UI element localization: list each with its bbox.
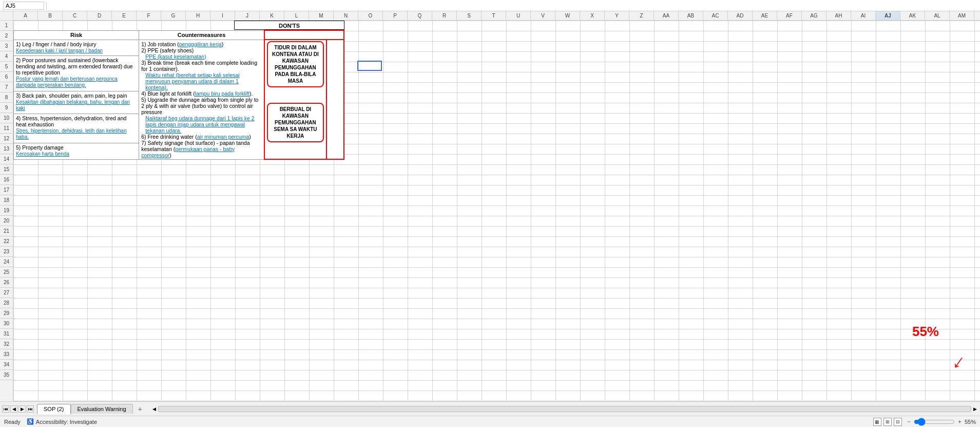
accessibility-icon: ♿ bbox=[27, 418, 34, 425]
row-num-5[interactable]: 5 bbox=[0, 62, 13, 72]
col-header-e[interactable]: E bbox=[112, 11, 137, 20]
col-header-r[interactable]: R bbox=[432, 11, 457, 20]
col-header-ah[interactable]: AH bbox=[827, 11, 851, 20]
row-num-34[interactable]: 34 bbox=[0, 360, 13, 370]
col-header-f[interactable]: F bbox=[137, 11, 161, 20]
row-num-4[interactable]: 4 bbox=[0, 51, 13, 62]
page-layout-button[interactable]: ⊞ bbox=[883, 418, 892, 426]
tab-nav-last[interactable]: ⏭ bbox=[27, 405, 34, 413]
zoom-out-button[interactable]: － bbox=[906, 418, 912, 425]
name-box[interactable] bbox=[3, 2, 44, 10]
row-num-25[interactable]: 25 bbox=[0, 267, 13, 277]
row-num-8[interactable]: 8 bbox=[0, 92, 13, 103]
scroll-left-arrow[interactable]: ◀ bbox=[151, 405, 157, 413]
row-num-20[interactable]: 20 bbox=[0, 216, 13, 226]
row-num-35[interactable]: 35 bbox=[0, 370, 13, 380]
col-header-l[interactable]: L bbox=[284, 11, 309, 20]
row-num-3[interactable]: 3 bbox=[0, 41, 13, 51]
col-header-i[interactable]: I bbox=[210, 11, 235, 20]
status-right-area: ▦ ⊞ ⊟ － ＋ 55% bbox=[873, 418, 976, 426]
row-num-28[interactable]: 28 bbox=[0, 298, 13, 308]
row-num-18[interactable]: 18 bbox=[0, 195, 13, 206]
row-num-13[interactable]: 13 bbox=[0, 144, 13, 154]
add-sheet-button[interactable]: + bbox=[135, 404, 145, 414]
row-num-16[interactable]: 16 bbox=[0, 175, 13, 185]
col-header-aa[interactable]: AA bbox=[654, 11, 679, 20]
row-num-7[interactable]: 7 bbox=[0, 82, 13, 92]
sheet-tab-sop2[interactable]: SOP (2) bbox=[37, 404, 71, 414]
col-header-p[interactable]: P bbox=[383, 11, 408, 20]
row-num-33[interactable]: 33 bbox=[0, 349, 13, 360]
col-header-d[interactable]: D bbox=[87, 11, 112, 20]
row-num-22[interactable]: 22 bbox=[0, 236, 13, 247]
col-header-o[interactable]: O bbox=[358, 11, 383, 20]
tab-nav-prev[interactable]: ◀ bbox=[10, 405, 17, 413]
row-num-17[interactable]: 17 bbox=[0, 185, 13, 195]
horizontal-scrollbar[interactable] bbox=[158, 406, 971, 412]
scroll-right-arrow[interactable]: ▶ bbox=[972, 405, 978, 413]
col-header-m[interactable]: M bbox=[309, 11, 334, 20]
col-header-g[interactable]: G bbox=[161, 11, 186, 20]
col-header-t[interactable]: T bbox=[482, 11, 506, 20]
col-header-y[interactable]: Y bbox=[605, 11, 629, 20]
row-num-29[interactable]: 29 bbox=[0, 308, 13, 319]
col-header-ac[interactable]: AC bbox=[703, 11, 728, 20]
col-header-an[interactable]: AN bbox=[974, 11, 980, 20]
row-num-32[interactable]: 32 bbox=[0, 339, 13, 349]
col-header-af[interactable]: AF bbox=[777, 11, 802, 20]
row-num-21[interactable]: 21 bbox=[0, 226, 13, 236]
row-num-31[interactable]: 31 bbox=[0, 329, 13, 339]
row-num-10[interactable]: 10 bbox=[0, 113, 13, 123]
col-header-v[interactable]: V bbox=[531, 11, 555, 20]
page-break-button[interactable]: ⊟ bbox=[894, 418, 902, 426]
tab-nav-next[interactable]: ▶ bbox=[18, 405, 26, 413]
col-header-k[interactable]: K bbox=[260, 11, 284, 20]
row-num-19[interactable]: 19 bbox=[0, 206, 13, 216]
col-header-a[interactable]: A bbox=[13, 11, 38, 20]
col-header-b[interactable]: B bbox=[38, 11, 63, 20]
col-header-ai[interactable]: AI bbox=[851, 11, 876, 20]
risk-cell-5: 5) Property damage Kerosakan harta benda bbox=[14, 143, 139, 159]
row-num-6[interactable]: 6 bbox=[0, 72, 13, 82]
row-num-15[interactable]: 15 bbox=[0, 164, 13, 175]
col-header-c[interactable]: C bbox=[63, 11, 87, 20]
formula-bar bbox=[0, 0, 980, 11]
accessibility-label: Accessibility: Investigate bbox=[36, 419, 97, 425]
col-header-s[interactable]: S bbox=[457, 11, 482, 20]
col-header-j[interactable]: J bbox=[235, 11, 260, 20]
row-num-30[interactable]: 30 bbox=[0, 319, 13, 329]
row-num-23[interactable]: 23 bbox=[0, 247, 13, 257]
col-header-ae[interactable]: AE bbox=[753, 11, 777, 20]
col-header-ad[interactable]: AD bbox=[728, 11, 753, 20]
col-header-am[interactable]: AM bbox=[950, 11, 974, 20]
col-header-ag[interactable]: AG bbox=[802, 11, 827, 20]
col-header-ak[interactable]: AK bbox=[900, 11, 925, 20]
col-header-x[interactable]: X bbox=[580, 11, 605, 20]
col-header-w[interactable]: W bbox=[555, 11, 580, 20]
row-num-26[interactable]: 26 bbox=[0, 277, 13, 288]
row-num-9[interactable]: 9 bbox=[0, 103, 13, 113]
donts-header: DON'TS bbox=[234, 21, 344, 30]
col-header-ab[interactable]: AB bbox=[679, 11, 703, 20]
row-num-2[interactable]: 2 bbox=[0, 31, 13, 41]
normal-view-button[interactable]: ▦ bbox=[873, 418, 881, 426]
row-num-11[interactable]: 11 bbox=[0, 123, 13, 134]
row-num-1[interactable]: 1 bbox=[0, 21, 13, 31]
accessibility-status[interactable]: ♿ Accessibility: Investigate bbox=[27, 418, 97, 425]
row-num-14[interactable]: 14 bbox=[0, 154, 13, 164]
row-num-12[interactable]: 12 bbox=[0, 134, 13, 144]
col-header-u[interactable]: U bbox=[506, 11, 531, 20]
col-header-h[interactable]: H bbox=[186, 11, 210, 20]
zoom-in-button[interactable]: ＋ bbox=[957, 418, 963, 425]
grid-area[interactable]: DON'TS Risk Countermeasures bbox=[13, 21, 980, 401]
col-header-n[interactable]: N bbox=[334, 11, 358, 20]
tab-nav-first[interactable]: ⏮ bbox=[2, 405, 9, 413]
zoom-slider[interactable] bbox=[914, 418, 955, 426]
col-header-al[interactable]: AL bbox=[925, 11, 950, 20]
row-num-27[interactable]: 27 bbox=[0, 288, 13, 298]
col-header-q[interactable]: Q bbox=[408, 11, 432, 20]
col-header-aj[interactable]: AJ bbox=[876, 11, 900, 20]
col-header-z[interactable]: Z bbox=[629, 11, 654, 20]
row-num-24[interactable]: 24 bbox=[0, 257, 13, 267]
sheet-tab-evaluation-warning[interactable]: Evaluation Warning bbox=[71, 404, 133, 414]
